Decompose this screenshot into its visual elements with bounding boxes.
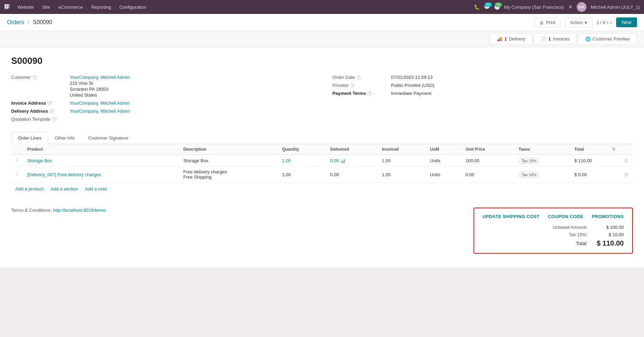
untaxed-value: $ 100.00 xyxy=(596,225,624,230)
row1-taxes[interactable]: Tax 10% xyxy=(514,155,570,166)
invoice-help-icon[interactable]: ? xyxy=(47,101,52,106)
pricelist-row: Pricelist ? Public Pricelist (USD) xyxy=(333,83,633,88)
customer-address-line2: Scranton PA 18503 xyxy=(70,87,130,92)
reorder-icon[interactable]: ⇅ xyxy=(612,147,615,152)
nav-site[interactable]: Site xyxy=(39,2,53,12)
row1-sort-handle[interactable]: ⠿ xyxy=(11,155,23,166)
nav-reporting[interactable]: Reporting xyxy=(88,2,114,12)
tab-other-info[interactable]: Other Info xyxy=(48,132,82,144)
print-icon: 🖨 xyxy=(539,20,544,25)
row1-delivered[interactable]: 0.00 📊 xyxy=(326,155,378,166)
promotions-button[interactable]: PROMOTIONS xyxy=(592,214,624,219)
pricelist-label: Pricelist ? xyxy=(333,83,388,88)
add-section-button[interactable]: Add a section xyxy=(51,186,78,192)
next-page-button[interactable]: › xyxy=(610,19,612,25)
total-value: $ 110.00 xyxy=(596,239,624,247)
terms-label: Terms & Conditions: xyxy=(11,208,52,213)
smart-buttons-row: 🚚 1 Delivery 📄 1 Invoices 🌐 Customer Pre… xyxy=(0,31,644,47)
clock-badge: 50 xyxy=(495,2,502,7)
add-product-button[interactable]: Add a product xyxy=(15,186,44,192)
action-button[interactable]: Action ▾ xyxy=(565,18,592,27)
row1-unit-price: 100.00 xyxy=(461,155,514,166)
table-header-row: Product Description Quantity Delivered I… xyxy=(11,144,633,155)
avatar[interactable]: MA xyxy=(577,2,586,12)
row2-quantity: 1.00 xyxy=(278,166,326,183)
page-navigation: 1 / 6 ‹ › xyxy=(597,19,612,25)
chart-icon[interactable]: 📊 xyxy=(340,158,346,163)
invoice-address-value[interactable]: YourCompany, Mitchell Admin xyxy=(70,100,130,106)
invoice-address-label: Invoice Address ? xyxy=(11,100,67,106)
customer-name-link[interactable]: YourCompany, Mitchell Admin xyxy=(70,75,130,80)
summary-box: UPDATE SHIPPING COST COUPON CODE PROMOTI… xyxy=(473,208,633,254)
svg-rect-7 xyxy=(7,8,8,9)
total-label: Total: xyxy=(576,241,588,246)
delete-icon: 🗑 xyxy=(624,172,629,177)
row1-uom: Units xyxy=(426,155,461,166)
th-quantity: Quantity xyxy=(278,144,326,155)
svg-rect-3 xyxy=(5,6,6,8)
tab-order-lines[interactable]: Order Lines xyxy=(11,132,48,144)
row2-taxes[interactable]: Tax 10% xyxy=(514,166,570,183)
delivery-smart-button[interactable]: 🚚 1 Delivery xyxy=(490,33,533,45)
th-total: Total ⇅ xyxy=(570,144,620,155)
prev-page-button[interactable]: ‹ xyxy=(607,19,608,25)
quotation-template-row: Quotation Template ? xyxy=(11,117,312,122)
untaxed-row: Untaxed Amount: $ 100.00 xyxy=(483,225,624,230)
action-label: Action xyxy=(570,20,583,25)
payment-terms-row: Payment Terms ? Immediate Payment xyxy=(333,91,633,96)
th-uom: UoM xyxy=(426,144,461,155)
breadcrumb: Orders / S00090 xyxy=(7,19,52,25)
top-navigation: Website Site eCommerce Reporting Configu… xyxy=(0,0,644,14)
terms-block: Terms & Conditions: http://localhost:801… xyxy=(11,208,106,213)
breadcrumb-parent[interactable]: Orders xyxy=(7,19,24,25)
order-lines-table: Product Description Quantity Delivered I… xyxy=(11,144,633,183)
chat-icon-button[interactable]: 💬 52 xyxy=(484,4,490,10)
row1-delete[interactable]: 🗑 xyxy=(620,155,633,166)
bug-icon-button[interactable]: 🐛 xyxy=(474,4,480,10)
quotation-help-icon[interactable]: ? xyxy=(52,117,57,122)
tax-label: Tax 15%: xyxy=(569,232,588,237)
pricelist-value: Public Pricelist (USD) xyxy=(391,83,434,88)
add-row-buttons: Add a product Add a section Add a note xyxy=(11,183,633,195)
nav-configuration[interactable]: Configuration xyxy=(116,2,150,12)
customer-address-line1: 215 Vine St xyxy=(70,81,130,86)
nav-ecommerce[interactable]: eCommerce xyxy=(55,2,86,12)
th-description: Description xyxy=(179,144,278,155)
close-icon[interactable]: ✕ xyxy=(568,4,573,10)
terms-link[interactable]: http://localhost:8016/terms xyxy=(53,208,106,213)
svg-rect-1 xyxy=(7,4,8,6)
table-row: ⠿ Storage Box Storage Box 1.00 0.00 📊 1.… xyxy=(11,155,633,166)
add-note-button[interactable]: Add a note xyxy=(85,186,107,192)
row2-invoiced: 1.00 xyxy=(378,166,426,183)
coupon-code-button[interactable]: COUPON CODE xyxy=(548,214,584,219)
truck-icon: 🚚 xyxy=(497,36,502,42)
table-row: ⠿ [Delivery_007] Free delivery charges F… xyxy=(11,166,633,183)
app-name[interactable]: Website xyxy=(14,2,37,12)
row1-product[interactable]: Storage Box xyxy=(23,155,179,166)
row1-total: $ 110.00 xyxy=(570,155,620,166)
payment-terms-help-icon[interactable]: ? xyxy=(367,91,372,96)
row2-sort-handle[interactable]: ⠿ xyxy=(11,166,23,183)
grid-icon[interactable] xyxy=(4,4,10,10)
invoice-address-row: Invoice Address ? YourCompany, Mitchell … xyxy=(11,100,312,106)
company-name: My Company (San Francisco) xyxy=(504,5,564,10)
row2-delete[interactable]: 🗑 xyxy=(620,166,633,183)
customer-field-row: Customer ? YourCompany, Mitchell Admin 2… xyxy=(11,75,312,98)
customer-help-icon[interactable]: ? xyxy=(32,75,37,80)
th-sort xyxy=(11,144,23,155)
tab-customer-signature[interactable]: Customer Signature xyxy=(82,132,135,144)
clock-icon-button[interactable]: 🕐 50 xyxy=(494,4,500,10)
user-name: Mitchell Admin (JULY_1) xyxy=(591,5,640,10)
row2-product[interactable]: [Delivery_007] Free delivery charges xyxy=(23,166,179,183)
delete-icon: 🗑 xyxy=(624,158,629,163)
delivery-address-value[interactable]: YourCompany, Mitchell Admin xyxy=(70,108,130,114)
new-button[interactable]: New xyxy=(616,17,637,27)
pricelist-help-icon[interactable]: ? xyxy=(350,83,355,88)
row1-quantity[interactable]: 1.00 xyxy=(278,155,326,166)
customer-preview-smart-button[interactable]: 🌐 Customer Preview xyxy=(578,33,637,45)
print-button[interactable]: 🖨 Print xyxy=(534,18,561,27)
delivery-help-icon[interactable]: ? xyxy=(50,109,54,114)
order-date-help-icon[interactable]: ? xyxy=(356,75,361,80)
invoices-smart-button[interactable]: 📄 1 Invoices xyxy=(533,33,577,45)
update-shipping-button[interactable]: UPDATE SHIPPING COST xyxy=(483,214,540,219)
